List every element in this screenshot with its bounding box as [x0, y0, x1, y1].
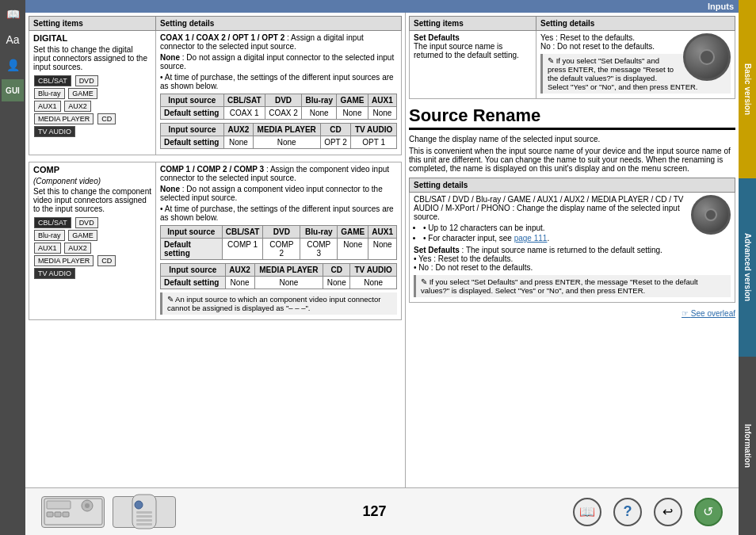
comp-badge-cblsat: CBL/SAT: [34, 217, 71, 228]
back-control-button[interactable]: ↩: [654, 498, 682, 526]
person-sidebar-icon[interactable]: 👤: [2, 54, 24, 76]
comp-section-table: COMP (Component video) Set this to chang…: [29, 162, 402, 320]
left-panel: Setting items Setting details DIGITAL Se…: [25, 13, 406, 487]
tab-basic-label: Basic version: [743, 63, 752, 115]
receiver-device-icon: [41, 496, 105, 528]
note-pencil-icon: ✎: [548, 56, 554, 65]
svg-rect-4: [47, 512, 53, 517]
tab-advanced-version[interactable]: Advanced version: [739, 178, 756, 357]
source-rename-desc1: Change the display name of the selected …: [409, 135, 735, 143]
content-area: Inputs Setting items Setting details DIG…: [25, 0, 739, 535]
badge-mediaplayer: MEDIA PLAYER: [34, 113, 94, 124]
badge-aux1: AUX1: [34, 101, 61, 112]
bullet-chars: • Up to 12 characters can be input.: [423, 224, 731, 232]
badge-tvaudio: TV AUDIO: [34, 126, 75, 137]
source-rename-set-defaults-note: Set Defaults : The input source name is …: [414, 246, 731, 254]
device-icons: [41, 496, 176, 528]
digital-setting-item: DIGITAL Set this to change the digital i…: [29, 31, 156, 155]
comp-badge-dvd: DVD: [75, 217, 98, 228]
digital-badges: CBL/SAT DVD Blu-ray GAME AUX1 AUX2 MEDIA…: [33, 75, 151, 138]
comp-table2: Input sourceAUX2MEDIA PLAYERCDTV AUDIO D…: [160, 263, 397, 289]
comp-badge-game: GAME: [68, 230, 97, 241]
help-control-button[interactable]: ?: [613, 498, 642, 526]
main-content: Setting items Setting details DIGITAL Se…: [25, 13, 739, 487]
digital-setting-detail: COAX 1 / COAX 2 / OPT 1 / OPT 2 : Assign…: [156, 31, 402, 155]
right-sidebar: Basic version Advanced version Informati…: [739, 0, 756, 535]
svg-rect-12: [136, 523, 152, 525]
tab-basic-version[interactable]: Basic version: [739, 0, 756, 178]
bottom-controls: 📖 ? ↩ ↺: [573, 498, 723, 526]
source-rename-input-list: CBL/SAT / DVD / Blu-ray / GAME / AUX1 / …: [410, 193, 735, 303]
comp-subtitle: (Component video): [33, 177, 151, 185]
top-bar: Inputs: [25, 0, 739, 13]
book-sidebar-icon[interactable]: 📖: [2, 3, 24, 25]
badge-game: GAME: [68, 88, 97, 99]
right-panel: Setting items Setting details Set Defaul…: [406, 13, 739, 487]
digital-coax-detail: COAX 1 / COAX 2 / OPT 1 / OPT 2 : Assign…: [160, 33, 397, 51]
badge-cblsat: CBL/SAT: [34, 75, 71, 86]
left-sidebar: 📖 Aa 👤 GUI: [0, 0, 25, 535]
comp-setting-item: COMP (Component video) Set this to chang…: [29, 162, 156, 320]
digital-note: • At time of purchase, the settings of t…: [160, 73, 397, 90]
see-overleaf-link[interactable]: ☞ See overleaf: [409, 309, 735, 318]
see-overleaf-text: See overleaf: [691, 309, 735, 318]
receiver-svg: [44, 498, 103, 525]
remote-svg: [128, 494, 160, 529]
set-defaults-note-text: If you select "Set Defaults" and press E…: [548, 56, 698, 91]
knob-container: [683, 33, 731, 82]
see-overleaf-arrow: ☞: [682, 309, 689, 318]
source-rename-enter-text: If you select "Set Defaults" and press E…: [421, 277, 698, 295]
comp-none-detail: None : Do not assign a component video i…: [160, 185, 397, 202]
set-defaults-title: Set Defaults: [414, 33, 532, 42]
badge-aux2: AUX2: [64, 101, 91, 112]
comp-footnote: ✎ An input source to which an component …: [160, 292, 397, 315]
svg-rect-1: [47, 501, 71, 509]
digital-none-detail: None : Do not assign a digital input con…: [160, 53, 397, 71]
main-container: 📖 Aa 👤 GUI Inputs Setting items Setting …: [0, 0, 756, 535]
page-111-link[interactable]: page 111: [514, 234, 548, 243]
knob-image: [683, 33, 731, 81]
svg-rect-9: [136, 511, 152, 514]
source-rename-input-detail: CBL/SAT / DVD / Blu-ray / GAME / AUX1 / …: [414, 195, 731, 221]
set-defaults-detail: Yes : Reset to the defaults. No : Do not…: [536, 31, 735, 99]
comp-comp-detail: COMP 1 / COMP 2 / COMP 3 : Assign the co…: [160, 165, 397, 182]
remote-device-icon: [113, 496, 176, 528]
digital-title: DIGITAL: [33, 33, 151, 43]
gui-sidebar-icon[interactable]: GUI: [2, 79, 24, 101]
comp-badges: CBL/SAT DVD Blu-ray GAME AUX1 AUX2 MEDIA…: [33, 216, 151, 280]
comp-description: Set this to change the component video i…: [33, 187, 151, 213]
svg-point-8: [135, 501, 143, 509]
source-rename-desc2: This is convenient when the input source…: [409, 147, 735, 173]
source-rename-bullets: • Up to 12 characters can be input. • Fo…: [414, 224, 731, 243]
bottom-bar: 127 📖 ? ↩ ↺: [25, 487, 739, 535]
set-defaults-description: The input source name is returned to the…: [414, 42, 532, 59]
page-number: 127: [362, 503, 386, 520]
comp-badge-bluray: Blu-ray: [34, 230, 65, 241]
tab-information[interactable]: Information: [739, 357, 756, 535]
badge-bluray: Blu-ray: [34, 88, 65, 99]
digital-table1: Input sourceCBL/SATDVDBlu-rayGAMEAUX1 De…: [160, 94, 397, 120]
comp-badge-aux2: AUX2: [64, 243, 91, 254]
comp-badge-mediaplayer: MEDIA PLAYER: [34, 255, 94, 266]
badge-dvd: DVD: [75, 75, 98, 86]
info-icon: ✎: [167, 295, 174, 304]
source-rename-yes: • Yes : Reset to the defaults.: [414, 254, 731, 263]
source-rename-no: • No : Do not reset to the defaults.: [414, 263, 731, 272]
source-rename-details-header: Setting details: [410, 178, 735, 193]
badge-cd: CD: [97, 113, 116, 124]
comp-badge-tvaudio: TV AUDIO: [34, 268, 75, 279]
comp-table1: Input sourceCBL/SATDVDBlu-rayGAMEAUX1 De…: [160, 225, 397, 260]
comp-badge-aux1: AUX1: [34, 243, 61, 254]
comp-setting-detail: COMP 1 / COMP 2 / COMP 3 : Assign the co…: [156, 162, 402, 320]
comp-title: COMP: [33, 165, 151, 174]
font-sidebar-icon[interactable]: Aa: [2, 29, 24, 51]
svg-rect-10: [136, 515, 152, 518]
svg-rect-5: [55, 512, 61, 517]
source-rename-pencil-icon: ✎: [421, 277, 427, 286]
digital-table2: Input sourceAUX2MEDIA PLAYERCDTV AUDIO D…: [160, 123, 397, 149]
set-defaults-item: Set Defaults The input source name is re…: [410, 31, 536, 99]
forward-control-button[interactable]: ↺: [694, 498, 723, 526]
comp-badge-cd: CD: [97, 255, 116, 266]
book-control-button[interactable]: 📖: [573, 498, 601, 526]
tab-information-label: Information: [743, 424, 752, 468]
